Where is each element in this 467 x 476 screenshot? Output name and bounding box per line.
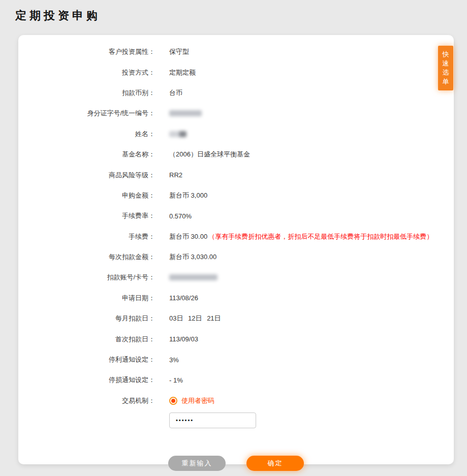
field-value: 113/09/03	[169, 335, 198, 343]
field-label: 手续费率：	[18, 211, 155, 220]
field-value: 定期定额	[169, 68, 196, 77]
field-value: 新台币 3,000	[169, 191, 207, 200]
radio-dot-icon	[171, 399, 175, 403]
field-label: 投资方式：	[18, 68, 155, 77]
row-name: 姓名：	[18, 124, 454, 144]
field-value: 新台币 30.00	[169, 232, 207, 241]
masked-account-value	[169, 274, 217, 280]
field-value: 113/08/26	[169, 294, 198, 302]
row-fee-rate: 手续费率： 0.570%	[18, 206, 454, 226]
field-value: 03日 12日 21日	[169, 314, 221, 323]
field-value: 新台币 3,030.00	[169, 252, 216, 262]
row-fee: 手续费： 新台币 30.00 （享有手续费折扣优惠者，折扣后不足最低手续费将于扣…	[18, 227, 454, 247]
row-purchase-amount: 申购金额： 新台币 3,000	[18, 185, 454, 206]
field-value: 3%	[169, 356, 179, 364]
field-value: - 1%	[169, 376, 183, 384]
action-buttons: 重新输入 确定	[18, 456, 454, 471]
field-label: 身分证字号/统一编号：	[18, 109, 155, 118]
field-label: 申请日期：	[18, 294, 155, 303]
fee-discount-note: （享有手续费折扣优惠者，折扣后不足最低手续费将于扣款时扣最低手续费）	[208, 232, 433, 241]
field-label: 姓名：	[18, 130, 155, 139]
row-investment-method: 投资方式： 定期定额	[18, 62, 454, 82]
page-title: 定期投资申购	[15, 8, 467, 23]
row-password	[18, 412, 454, 428]
field-value: 保守型	[169, 47, 189, 56]
quick-menu-tab[interactable]: 快速选单	[438, 46, 453, 90]
row-transaction-mechanism: 交易机制： 使用者密码	[18, 391, 454, 411]
masked-id-value	[169, 110, 202, 116]
row-investor-profile: 客户投资属性： 保守型	[18, 42, 454, 62]
field-label: 停损通知设定：	[18, 375, 155, 385]
field-label: 每次扣款金额：	[18, 252, 155, 262]
field-label: 手续费：	[18, 232, 155, 241]
subscription-form: 客户投资属性： 保守型 投资方式： 定期定额 扣款币别： 台币 身分证字号/统一…	[18, 35, 454, 428]
field-label: 首次扣款日：	[18, 335, 155, 344]
row-id-number: 身分证字号/统一编号：	[18, 103, 454, 123]
field-value: （2006）日盛全球平衡基金	[169, 150, 250, 159]
field-label: 客户投资属性：	[18, 47, 155, 56]
row-debit-currency: 扣款币别： 台币	[18, 83, 454, 103]
row-risk-level: 商品风险等级： RR2	[18, 165, 454, 185]
user-password-radio[interactable]	[169, 397, 177, 405]
row-fund-name: 基金名称： （2006）日盛全球平衡基金	[18, 144, 454, 165]
row-take-profit-notify: 停利通知设定： 3%	[18, 350, 454, 370]
row-monthly-debit-days: 每月扣款日： 03日 12日 21日	[18, 308, 454, 329]
field-label: 停利通知设定：	[18, 355, 155, 364]
confirm-button[interactable]: 确定	[246, 456, 304, 471]
user-password-radio-label[interactable]: 使用者密码	[181, 396, 214, 405]
field-label: 扣款币别：	[18, 88, 155, 98]
reset-button[interactable]: 重新输入	[168, 456, 226, 471]
field-label: 交易机制：	[18, 396, 155, 405]
field-label: 扣款账号/卡号：	[18, 273, 155, 282]
row-apply-date: 申请日期： 113/08/26	[18, 288, 454, 308]
field-label: 申购金额：	[18, 191, 155, 200]
field-label: 每月扣款日：	[18, 314, 155, 323]
row-debit-amount: 每次扣款金额： 新台币 3,030.00	[18, 247, 454, 267]
field-label: 商品风险等级：	[18, 171, 155, 180]
masked-name-value	[169, 131, 186, 137]
row-first-debit-date: 首次扣款日： 113/09/03	[18, 329, 454, 349]
row-stop-loss-notify: 停损通知设定： - 1%	[18, 370, 454, 390]
field-value: 0.570%	[169, 212, 192, 220]
password-input[interactable]	[169, 412, 256, 428]
field-label: 基金名称：	[18, 150, 155, 159]
form-card: 快速选单 客户投资属性： 保守型 投资方式： 定期定额 扣款币别： 台币 身分证…	[18, 35, 454, 464]
field-value: RR2	[169, 171, 182, 179]
field-value: 台币	[169, 88, 182, 98]
row-debit-account: 扣款账号/卡号：	[18, 267, 454, 288]
